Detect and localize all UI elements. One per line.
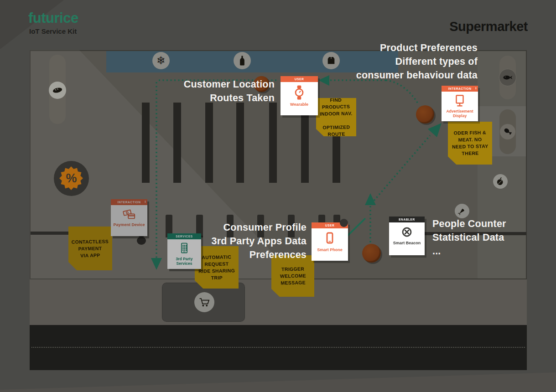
fish-icon <box>499 69 516 86</box>
shopper-dot <box>340 219 348 227</box>
card-category: INTERACTIONi <box>442 86 478 92</box>
sticky-text: CONTACTLESS PAYMENT VIA APP <box>72 238 109 259</box>
info-icon: i <box>475 86 477 90</box>
aisle-shelf <box>236 103 244 183</box>
device-card-advertisement-display: INTERACTIONi Advertisement Display <box>442 86 478 121</box>
card-label: Wearable <box>289 102 309 107</box>
outside-band <box>30 325 527 370</box>
annotation-product-preferences: Product Preferences Different types of c… <box>295 41 478 82</box>
chicken-leg-icon <box>500 124 515 139</box>
card-label: Payment Device <box>112 222 145 227</box>
gate-foot <box>137 237 146 245</box>
aisle-shelf <box>173 103 181 183</box>
aisle-shelf <box>269 103 277 183</box>
watch-icon <box>291 84 307 101</box>
annotation-consumer-profile: Consumer Profile 3rd Party Apps Data Pre… <box>170 221 307 262</box>
bottom-shade <box>0 369 556 392</box>
aisle-shelf <box>205 103 213 183</box>
snowflake-icon: ❄ <box>152 52 170 69</box>
carrot-icon <box>455 204 469 218</box>
shopper-marker <box>362 244 381 263</box>
percent-glyph: % <box>66 171 77 186</box>
info-icon: i <box>145 200 146 204</box>
sticky-note-contactless-payment: CONTACTLESS PAYMENT VIA APP <box>68 227 112 270</box>
bottle-icon <box>234 52 251 69</box>
device-card-smart-beacon: ENABLER Smart Beacon <box>389 217 425 255</box>
annotation-customer-location: Customer Location Routes Taken <box>129 77 275 105</box>
device-card-payment-device: INTERACTIONi Payment Device <box>111 199 147 236</box>
card-category: INTERACTIONi <box>111 199 147 205</box>
bread-icon <box>49 82 66 99</box>
card-label: Smart Beacon <box>392 241 422 246</box>
aisle-shelf <box>142 103 150 183</box>
apple-icon <box>493 174 508 189</box>
sticky-text: TRIGGER WELCOME MESSAGE <box>280 266 306 287</box>
sticky-note-oder-fish: ODER FISH & MEAT. NO NEED TO STAY THERE <box>448 122 492 165</box>
payment-icon <box>122 207 136 221</box>
card-label: Smart Phone <box>316 248 343 253</box>
display-icon <box>453 94 467 108</box>
annotation-people-counter: People Counter Statistical Data ... <box>432 217 551 258</box>
futurice-logo: futurice <box>28 10 78 26</box>
card-category: ENABLER <box>389 217 425 222</box>
discount-percent-badge: % <box>54 161 89 196</box>
sticky-text: ODER FISH & MEAT. NO NEED TO STAY THERE <box>452 129 488 157</box>
beacon-icon <box>400 225 414 239</box>
sticky-text: FIND PRODUCTS INDOOR NAV. OPTIMIZED ROUT… <box>316 96 357 138</box>
card-label: Advertisement Display <box>442 109 478 118</box>
sticky-note-find-products: FIND PRODUCTS INDOOR NAV. OPTIMIZED ROUT… <box>316 98 356 136</box>
page-title: Supermarket <box>391 19 528 34</box>
cart-icon <box>194 292 214 312</box>
smartphone-icon <box>322 231 337 246</box>
shopper-marker <box>416 105 434 124</box>
device-card-smart-phone: USER Smart Phone <box>312 222 348 261</box>
supermarket-board: ❄ % <box>0 0 556 392</box>
logo-subtitle: IoT Service Kit <box>29 27 77 35</box>
